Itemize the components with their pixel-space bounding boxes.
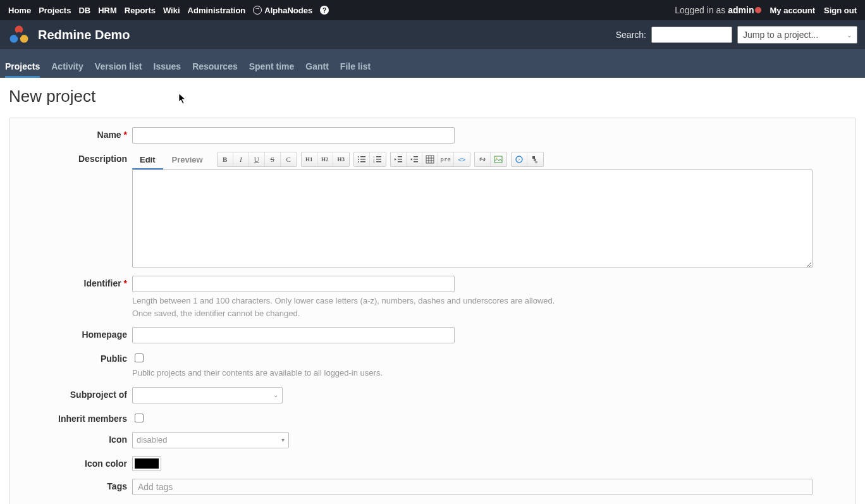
- my-account-link[interactable]: My account: [766, 6, 818, 15]
- identifier-label: Identifier *: [15, 276, 132, 288]
- homepage-input[interactable]: [132, 327, 455, 343]
- public-hint: Public projects and their contents are a…: [132, 367, 383, 379]
- svg-rect-17: [398, 159, 402, 160]
- subproject-select[interactable]: ⌄: [132, 387, 283, 403]
- topmenu-hrm[interactable]: HRM: [95, 6, 120, 15]
- link-button[interactable]: [475, 152, 491, 166]
- svg-rect-20: [414, 159, 418, 160]
- ol-button[interactable]: 123: [370, 152, 386, 166]
- topmenu-db[interactable]: DB: [75, 6, 94, 15]
- homepage-label: Homepage: [15, 327, 132, 340]
- h1-button[interactable]: H1: [302, 152, 317, 166]
- help-button[interactable]: ?: [512, 152, 527, 166]
- italic-button[interactable]: I: [233, 152, 249, 166]
- topmenu-admin[interactable]: Administration: [185, 6, 249, 15]
- editor-toolbar: B I U S C H1 H2 H3 12: [217, 152, 544, 169]
- svg-rect-27: [494, 156, 502, 163]
- inherit-checkbox[interactable]: [135, 414, 144, 422]
- icon-select-value: disabled: [137, 435, 167, 445]
- ul-button[interactable]: [354, 152, 370, 166]
- topmenu-reports[interactable]: Reports: [121, 6, 159, 15]
- svg-rect-22: [426, 156, 434, 163]
- icon-select[interactable]: disabled ▾: [132, 432, 289, 448]
- pre-button[interactable]: pre: [438, 152, 454, 166]
- chevron-down-icon: ▾: [281, 436, 285, 443]
- icon-color-label: Icon color: [15, 456, 132, 469]
- tab-file-list[interactable]: File list: [340, 54, 371, 78]
- icon-color-input[interactable]: [132, 456, 161, 471]
- svg-rect-15: [376, 161, 381, 163]
- image-button[interactable]: [491, 152, 506, 166]
- logged-in-label: Logged in as: [675, 5, 728, 15]
- topmenu-help[interactable]: ?: [317, 6, 332, 15]
- tab-resources[interactable]: Resources: [192, 54, 238, 78]
- tags-input[interactable]: Add tags: [132, 479, 813, 495]
- project-jump-select[interactable]: Jump to a project... ⌄: [737, 26, 857, 44]
- tab-projects[interactable]: Projects: [5, 54, 40, 78]
- tab-gantt[interactable]: Gantt: [305, 54, 329, 78]
- svg-rect-18: [398, 161, 402, 163]
- project-form: Name * Description Edit Preview B: [9, 118, 856, 504]
- strike-button[interactable]: S: [265, 152, 281, 166]
- underline-button[interactable]: U: [249, 152, 265, 166]
- svg-rect-7: [360, 159, 365, 160]
- description-label: Description: [15, 151, 132, 164]
- search-label[interactable]: Search:: [616, 30, 646, 40]
- top-menu-left: Home Projects DB HRM Reports Wiki Admini…: [5, 6, 332, 15]
- identifier-hint: Length between 1 and 100 characters. Onl…: [132, 295, 555, 319]
- icon-label: Icon: [15, 432, 132, 445]
- h3-button[interactable]: H3: [333, 152, 349, 166]
- svg-rect-32: [534, 159, 536, 161]
- svg-point-4: [358, 156, 359, 157]
- tab-issues[interactable]: Issues: [154, 54, 181, 78]
- svg-point-8: [358, 161, 359, 163]
- svg-point-6: [358, 159, 359, 160]
- svg-text:?: ?: [518, 157, 520, 163]
- tab-activity[interactable]: Activity: [51, 54, 83, 78]
- table-button[interactable]: [422, 152, 438, 166]
- topmenu-wiki[interactable]: Wiki: [160, 6, 183, 15]
- public-label: Public: [15, 351, 132, 364]
- topmenu-projects[interactable]: Projects: [35, 6, 74, 15]
- name-input[interactable]: [132, 127, 455, 144]
- svg-rect-9: [360, 161, 365, 163]
- indent-button[interactable]: [407, 152, 422, 166]
- topmenu-home[interactable]: Home: [5, 6, 34, 15]
- logged-in-user[interactable]: admin: [728, 5, 754, 15]
- public-checkbox[interactable]: [135, 353, 144, 362]
- macro-button[interactable]: [527, 152, 543, 166]
- svg-rect-5: [360, 156, 365, 157]
- svg-rect-31: [532, 156, 535, 159]
- svg-rect-16: [398, 156, 402, 157]
- bold-button[interactable]: B: [218, 152, 233, 166]
- alphanodes-label: AlphaNodes: [264, 6, 312, 15]
- subproject-label: Subproject of: [15, 387, 132, 400]
- code-block-button[interactable]: <>: [454, 152, 470, 166]
- inline-code-button[interactable]: C: [281, 152, 297, 166]
- top-menu: Home Projects DB HRM Reports Wiki Admini…: [0, 0, 865, 20]
- page-title: New project: [9, 87, 856, 106]
- app-logo-icon: [8, 23, 30, 46]
- main-menu: Projects Activity Version list Issues Re…: [0, 49, 865, 78]
- logged-in-text: Logged in as admin: [675, 5, 764, 15]
- editor-tab-preview[interactable]: Preview: [164, 151, 211, 169]
- svg-rect-13: [376, 159, 381, 160]
- tab-version-list[interactable]: Version list: [95, 54, 142, 78]
- topmenu-alphanodes[interactable]: AlphaNodes: [250, 6, 316, 15]
- search-input[interactable]: [651, 27, 732, 43]
- identifier-input[interactable]: [132, 276, 455, 292]
- svg-rect-19: [414, 156, 418, 157]
- description-textarea[interactable]: [132, 169, 813, 268]
- editor-tab-edit[interactable]: Edit: [132, 151, 163, 169]
- tags-label: Tags: [15, 479, 132, 491]
- sign-out-link[interactable]: Sign out: [821, 6, 860, 15]
- content: New project Name * Description Edit Prev…: [0, 78, 865, 504]
- svg-point-3: [16, 32, 22, 38]
- h2-button[interactable]: H2: [317, 152, 333, 166]
- outdent-button[interactable]: [391, 152, 407, 166]
- inherit-label: Inherit members: [15, 411, 132, 424]
- tab-spent-time[interactable]: Spent time: [249, 54, 295, 78]
- header: Redmine Demo Search: Jump to a project..…: [0, 20, 865, 49]
- svg-rect-11: [376, 156, 381, 157]
- header-title[interactable]: Redmine Demo: [38, 28, 130, 42]
